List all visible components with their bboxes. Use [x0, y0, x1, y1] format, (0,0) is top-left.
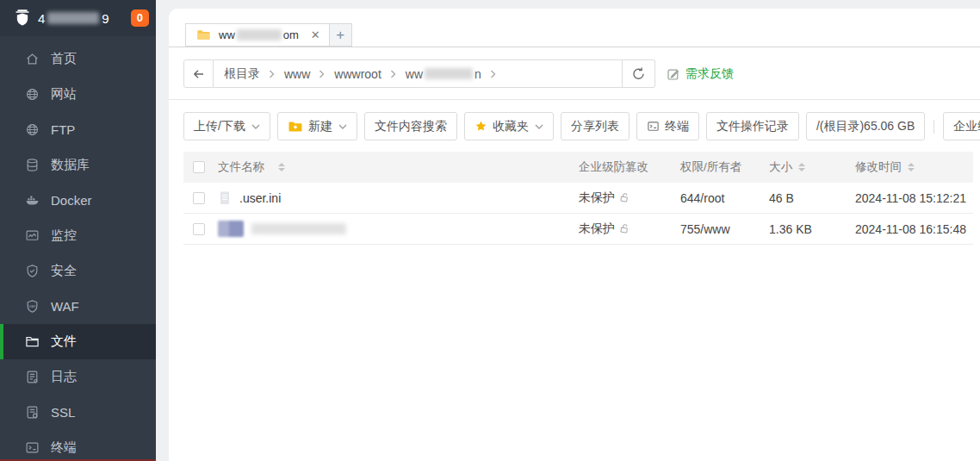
favorites-button[interactable]: 收藏夹: [464, 112, 554, 140]
file-table: 文件名称 企业级防篡改 权限/所有者 大小 修改时间: [183, 152, 973, 245]
star-icon: [474, 120, 487, 133]
terminal-icon: [647, 120, 660, 133]
sidebar: 4 9 0 首页 网站 FTP 数据库: [0, 0, 156, 461]
modified-time: 2024-11-08 15:12:21: [840, 191, 973, 205]
close-icon[interactable]: ✕: [311, 29, 320, 40]
sidebar-item-ftp[interactable]: FTP: [0, 112, 156, 147]
redacted-file-name[interactable]: [251, 223, 346, 234]
tamper-status: 未保护: [579, 190, 615, 206]
refresh-button[interactable]: [623, 59, 655, 88]
sort-name-control[interactable]: [278, 163, 285, 171]
row-checkbox[interactable]: [193, 223, 205, 235]
header-perm: 权限/所有者: [665, 159, 754, 175]
new-folder-icon: [288, 120, 303, 134]
sidebar-item-ssl[interactable]: SSL: [0, 395, 156, 430]
chevron-right-icon: [390, 70, 397, 78]
breadcrumb-wwwroot[interactable]: wwwroot: [334, 67, 381, 81]
home-icon: [25, 52, 40, 66]
modified-time: 2024-11-08 16:15:48: [840, 222, 973, 236]
document-icon: [25, 370, 40, 384]
upload-download-button[interactable]: 上传/下载: [183, 112, 270, 140]
table-header: 文件名称 企业级防篡改 权限/所有者 大小 修改时间: [183, 152, 973, 183]
back-button[interactable]: [183, 59, 214, 88]
unlock-icon[interactable]: [618, 222, 631, 235]
document-cert-icon: [25, 405, 40, 420]
sidebar-item-database[interactable]: 数据库: [0, 147, 156, 183]
sidebar-item-home[interactable]: 首页: [0, 41, 156, 77]
select-all-checkbox[interactable]: [193, 161, 205, 173]
globe-icon: [25, 122, 40, 137]
content-card: ww om ✕ + 根目录 www: [169, 9, 980, 461]
chevron-down-icon: [251, 124, 260, 129]
sidebar-item-monitor[interactable]: 监控: [0, 218, 156, 253]
unlock-icon[interactable]: [618, 191, 631, 204]
file-icon: [218, 190, 232, 206]
server-name: 4 9: [38, 11, 109, 26]
file-content-search-button[interactable]: 文件内容搜索: [364, 112, 457, 140]
sidebar-item-docker[interactable]: Docker: [0, 183, 156, 218]
new-file-button[interactable]: 新建: [277, 112, 357, 140]
feedback-edit-icon: [667, 67, 680, 81]
breadcrumb-root[interactable]: 根目录: [224, 66, 260, 82]
table-row: .user.ini 未保护 644/root 46 B 2024-11-08 1…: [183, 183, 973, 214]
toolbar: 上传/下载 新建 文件内容搜索 收藏夹 分享列表: [169, 100, 980, 140]
sidebar-item-logs[interactable]: 日志: [0, 359, 156, 395]
redacted-tab-name: [237, 29, 282, 40]
main-area: ww om ✕ + 根目录 www: [156, 0, 980, 461]
chevron-down-icon: [535, 124, 543, 129]
sort-size-control[interactable]: [798, 163, 805, 171]
chevron-right-icon: [490, 70, 497, 78]
shield-waf-icon: WAF: [25, 299, 40, 314]
redacted-server-name: [47, 12, 99, 24]
file-operation-log-button[interactable]: 文件操作记录: [706, 112, 799, 140]
share-list-button[interactable]: 分享列表: [561, 112, 630, 140]
file-name-link[interactable]: .user.ini: [239, 191, 281, 205]
database-icon: [25, 158, 40, 172]
chevron-right-icon: [269, 70, 276, 78]
terminal-icon: [25, 440, 40, 455]
sidebar-item-terminal[interactable]: 终端: [0, 430, 156, 461]
sidebar-item-website[interactable]: 网站: [0, 77, 156, 112]
tab-site[interactable]: ww om ✕: [185, 23, 330, 47]
breadcrumb-www[interactable]: www: [284, 67, 310, 81]
tab-bar: ww om ✕ +: [169, 9, 980, 47]
header-tamper: 企业级防篡改: [561, 159, 665, 175]
globe-icon: [25, 87, 40, 102]
redacted-file-icon: [218, 221, 244, 237]
perm-owner: 755/www: [665, 222, 754, 236]
redacted-breadcrumb: [425, 68, 473, 79]
breadcrumb-site-dir[interactable]: ww n: [406, 67, 481, 81]
svg-text:WAF: WAF: [29, 305, 37, 308]
tamper-status: 未保护: [579, 221, 615, 237]
perm-owner: 644/root: [665, 191, 754, 205]
path-bar: 根目录 www wwwroot ww n: [169, 47, 980, 100]
file-size: 46 B: [754, 191, 840, 205]
feedback-link[interactable]: 需求反馈: [667, 66, 734, 82]
chevron-down-icon: [338, 124, 347, 129]
path-nav-group: 根目录 www wwwroot ww n: [183, 59, 655, 88]
sidebar-item-waf[interactable]: WAF WAF: [0, 289, 156, 324]
terminal-button[interactable]: 终端: [636, 112, 699, 140]
tab-title: ww om: [219, 28, 299, 41]
sidebar-menu: 首页 网站 FTP 数据库 Docker 监控: [0, 36, 156, 461]
file-size: 1.36 KB: [754, 222, 840, 236]
sort-mtime-control[interactable]: [908, 163, 915, 171]
tamper-proof-button[interactable]: 企业级防篡改: [943, 112, 980, 140]
shield-check-icon: [25, 264, 40, 278]
chevron-right-icon: [319, 70, 326, 78]
notification-badge[interactable]: 0: [131, 9, 149, 28]
add-tab-button[interactable]: +: [330, 23, 352, 47]
sidebar-header: 4 9 0: [0, 0, 156, 36]
app-root: 4 9 0 首页 网站 FTP 数据库: [0, 0, 980, 461]
monitor-chart-icon: [25, 228, 40, 243]
table-row: 未保护 755/www 1.36 KB 2024-11-08 16:15:48: [183, 214, 973, 245]
docker-icon: [25, 193, 40, 208]
disk-root-usage-button[interactable]: /(根目录)65.06 GB: [806, 112, 925, 140]
folder-icon: [196, 28, 212, 41]
sidebar-item-files[interactable]: 文件: [0, 324, 156, 359]
toolbar-divider: [933, 120, 934, 134]
breadcrumb: 根目录 www wwwroot ww n: [214, 59, 623, 88]
row-checkbox[interactable]: [193, 192, 205, 204]
panel-logo-icon: [13, 9, 32, 28]
sidebar-item-security[interactable]: 安全: [0, 253, 156, 289]
